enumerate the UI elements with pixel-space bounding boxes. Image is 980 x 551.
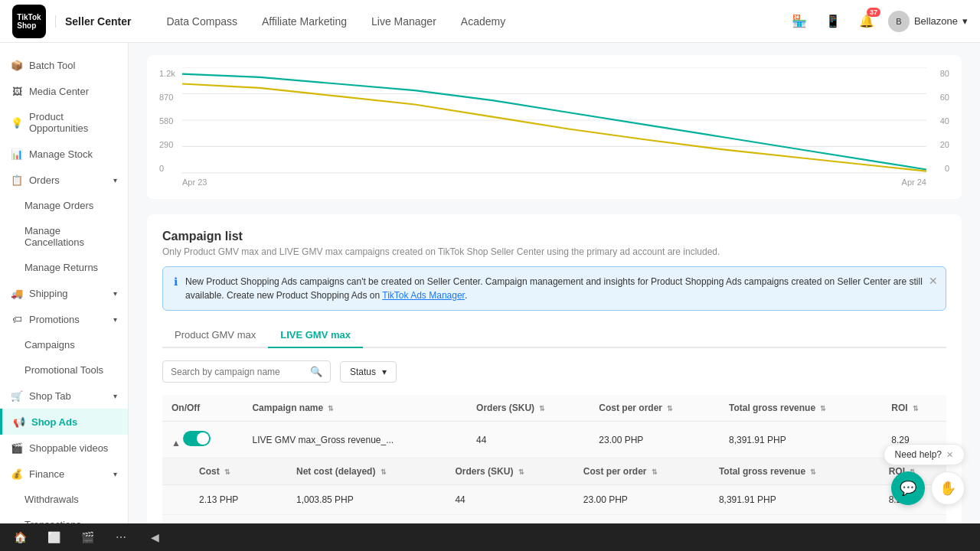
- roi-sort-icon[interactable]: ⇅: [913, 405, 919, 412]
- bottom-home-icon[interactable]: 🏠: [9, 527, 31, 548]
- col-cost-per-order: Cost per order ⇅: [590, 395, 720, 422]
- sub-table: Cost ⇅ Net cost (delayed) ⇅ Orders (SKU)…: [162, 458, 946, 530]
- sidebar-item-shop-ads[interactable]: 📢 Shop Ads: [0, 409, 128, 435]
- sidebar-item-promotions[interactable]: 🏷 Promotions ▾: [0, 306, 128, 332]
- sidebar-label-batch-tool: Batch Tool: [29, 60, 75, 71]
- search-icon: 🔍: [310, 366, 322, 377]
- sidebar: 📦 Batch Tool 🖼 Media Center 💡 Product Op…: [0, 43, 129, 551]
- user-avatar: B: [888, 11, 910, 32]
- finance-icon: 💰: [11, 468, 23, 480]
- tab-row: Product GMV max LIVE GMV max: [162, 323, 946, 348]
- bottom-more-icon[interactable]: ⋯: [110, 527, 132, 548]
- seller-center-label: Seller Center: [55, 15, 131, 28]
- sidebar-item-finance[interactable]: 💰 Finance ▾: [0, 461, 128, 487]
- sidebar-item-shipping[interactable]: 🚚 Shipping ▾: [0, 280, 128, 306]
- nav-data-compass[interactable]: Data Compass: [155, 9, 248, 34]
- logo-area: TikTokShop Seller Center: [12, 5, 131, 38]
- product-opp-icon: 💡: [11, 116, 23, 129]
- nav-affiliate-marketing[interactable]: Affiliate Marketing: [251, 9, 358, 34]
- info-banner-text: New Product Shopping Ads campaigns can't…: [185, 275, 935, 302]
- col-campaign-name: Campaign name ⇅: [243, 395, 467, 422]
- campaign-table: On/Off Campaign name ⇅ Orders (SKU) ⇅ Co…: [162, 395, 946, 531]
- notification-btn[interactable]: 🔔 37: [854, 9, 879, 34]
- chart-x-label-start: Apr 23: [182, 178, 207, 187]
- sidebar-item-shop-tab[interactable]: 🛒 Shop Tab ▾: [0, 383, 128, 409]
- search-box[interactable]: 🔍: [162, 360, 331, 383]
- net-cost-sort-icon[interactable]: ⇅: [381, 468, 387, 476]
- sidebar-item-campaigns[interactable]: Campaigns: [0, 332, 128, 357]
- sidebar-item-manage-returns[interactable]: Manage Returns: [0, 255, 128, 280]
- orders-sku-sort-icon[interactable]: ⇅: [539, 405, 545, 412]
- sub-cost-per-order-sort-icon[interactable]: ⇅: [652, 468, 658, 476]
- campaign-name-sort-icon[interactable]: ⇅: [328, 405, 334, 412]
- sub-col-total-revenue: Total gross revenue ⇅: [710, 458, 880, 485]
- sub-orders-sort-icon[interactable]: ⇅: [518, 468, 524, 476]
- campaign-toggle[interactable]: [183, 431, 211, 446]
- bottom-back-icon[interactable]: ◀: [144, 527, 165, 548]
- sidebar-item-promotional-tools[interactable]: Promotional Tools: [0, 357, 128, 383]
- filter-row: 🔍 Status ▾: [162, 360, 946, 383]
- sidebar-item-product-opportunities[interactable]: 💡 Product Opportunities: [0, 104, 128, 141]
- sidebar-label-manage-stock: Manage Stock: [29, 148, 93, 160]
- cell-campaign-name: LIVE GMV max_Gross revenue_...: [243, 422, 467, 458]
- bottom-bar: 🏠 ⬜ 🎬 ⋯ ◀: [0, 523, 980, 551]
- status-select[interactable]: Status ▾: [340, 361, 397, 383]
- bottom-screen-icon[interactable]: ⬜: [43, 527, 64, 548]
- user-name: Bellazone: [914, 15, 958, 27]
- sidebar-item-manage-stock[interactable]: 📊 Manage Stock: [0, 141, 128, 167]
- user-area[interactable]: B Bellazone ▾: [888, 11, 968, 32]
- campaign-list-subtitle: Only Product GMV max and LIVE GMV max ca…: [162, 246, 946, 257]
- tab-live-gmv-max[interactable]: LIVE GMV max: [268, 323, 363, 348]
- col-on-off: On/Off: [162, 395, 243, 422]
- sidebar-label-manage-cancellations: Manage Cancellations: [24, 225, 117, 248]
- nav-live-manager[interactable]: Live Manager: [361, 9, 447, 34]
- expand-button[interactable]: ▲: [172, 438, 181, 448]
- info-banner-close-icon[interactable]: ✕: [929, 275, 938, 287]
- sidebar-label-media-center: Media Center: [29, 86, 89, 97]
- nav-right: 🏪 📱 🔔 37 B Bellazone ▾: [787, 9, 968, 34]
- shipping-icon: 🚚: [11, 287, 23, 299]
- cell-cost-per-order: 23.00 PHP: [590, 422, 720, 458]
- sidebar-item-withdrawals[interactable]: Withdrawals: [0, 487, 128, 512]
- chat-button[interactable]: 💬: [891, 471, 925, 505]
- chat-close-icon[interactable]: ✕: [946, 450, 953, 460]
- sidebar-item-media-center[interactable]: 🖼 Media Center: [0, 78, 128, 104]
- sub-cell-orders: 44: [446, 485, 573, 515]
- sidebar-item-batch-tool[interactable]: 📦 Batch Tool: [0, 52, 128, 78]
- nav-links: Data Compass Affiliate Marketing Live Ma…: [155, 9, 769, 34]
- sidebar-label-withdrawals: Withdrawals: [24, 494, 79, 505]
- sidebar-item-orders[interactable]: 📋 Orders ▾: [0, 167, 128, 193]
- hand-button[interactable]: ✋: [931, 471, 965, 505]
- sidebar-item-manage-orders[interactable]: Manage Orders: [0, 193, 128, 218]
- sub-total-revenue-sort-icon[interactable]: ⇅: [810, 468, 816, 476]
- chart-x-labels: Apr 23 Apr 24: [159, 178, 949, 187]
- sidebar-label-orders: Orders: [29, 174, 60, 186]
- promotions-chevron-icon: ▾: [113, 315, 117, 324]
- shop-tab-chevron-icon: ▾: [113, 392, 117, 400]
- search-input[interactable]: [171, 367, 305, 377]
- sidebar-label-shoppable-videos: Shoppable videos: [29, 442, 108, 454]
- sidebar-item-shoppable-videos[interactable]: 🎬 Shoppable videos: [0, 435, 128, 461]
- shoppable-videos-icon: 🎬: [11, 442, 23, 454]
- cost-per-order-sort-icon[interactable]: ⇅: [667, 405, 673, 412]
- phone-icon-btn[interactable]: 📱: [821, 9, 845, 34]
- notification-badge: 37: [867, 8, 880, 17]
- sub-col-cost: Cost ⇅: [162, 458, 287, 485]
- status-chevron-icon: ▾: [382, 367, 387, 377]
- sub-col-net-cost: Net cost (delayed) ⇅: [287, 458, 446, 485]
- chat-bubble: Need help? ✕: [884, 444, 965, 465]
- store-icon-btn[interactable]: 🏪: [787, 9, 812, 34]
- sidebar-label-promotions: Promotions: [29, 314, 80, 325]
- col-total-gross-revenue: Total gross revenue ⇅: [720, 395, 882, 422]
- bottom-video-icon[interactable]: 🎬: [77, 527, 98, 548]
- sidebar-label-manage-orders: Manage Orders: [24, 200, 93, 211]
- nav-academy[interactable]: Academy: [450, 9, 516, 34]
- table-row: ▲ LIVE GMV max_Gross revenue_... 44 23.0…: [162, 422, 946, 458]
- tiktok-ads-manager-link-banner[interactable]: TikTok Ads Manager: [382, 290, 465, 301]
- total-revenue-sort-icon[interactable]: ⇅: [820, 405, 826, 412]
- tab-product-gmv-max[interactable]: Product GMV max: [162, 323, 268, 348]
- top-nav: TikTokShop Seller Center Data Compass Af…: [0, 0, 980, 43]
- chart-x-label-end: Apr 24: [902, 178, 926, 187]
- sidebar-item-manage-cancellations[interactable]: Manage Cancellations: [0, 218, 128, 255]
- cost-sort-icon[interactable]: ⇅: [224, 468, 230, 476]
